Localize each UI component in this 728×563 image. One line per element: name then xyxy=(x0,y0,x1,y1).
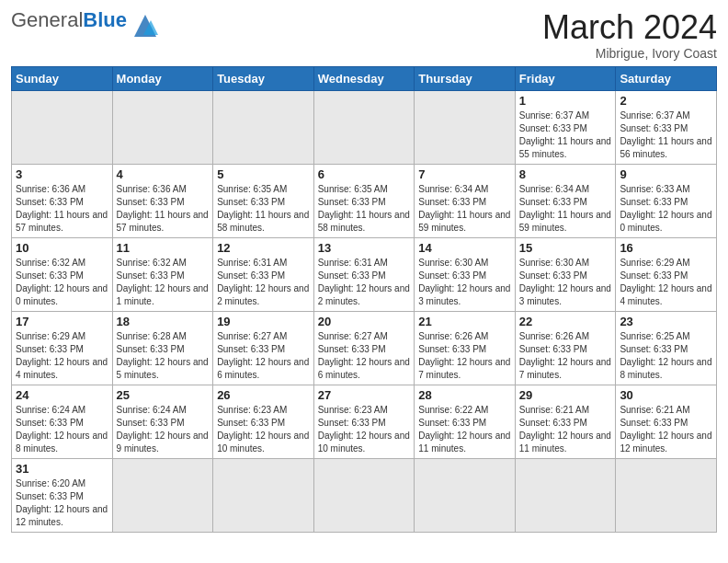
day-number: 15 xyxy=(519,241,612,255)
day-header-tuesday: Tuesday xyxy=(213,66,314,90)
calendar-cell: 15Sunrise: 6:30 AM Sunset: 6:33 PM Dayli… xyxy=(515,237,616,311)
day-number: 12 xyxy=(217,241,310,255)
day-info: Sunrise: 6:20 AM Sunset: 6:33 PM Dayligh… xyxy=(16,477,108,529)
calendar-cell: 9Sunrise: 6:33 AM Sunset: 6:33 PM Daylig… xyxy=(616,164,717,237)
day-number: 30 xyxy=(620,388,712,402)
day-info: Sunrise: 6:32 AM Sunset: 6:33 PM Dayligh… xyxy=(16,257,108,308)
day-info: Sunrise: 6:24 AM Sunset: 6:33 PM Dayligh… xyxy=(117,404,210,455)
day-info: Sunrise: 6:23 AM Sunset: 6:33 PM Dayligh… xyxy=(217,404,310,455)
calendar-cell xyxy=(313,90,415,164)
calendar-cell: 26Sunrise: 6:23 AM Sunset: 6:33 PM Dayli… xyxy=(213,385,314,458)
day-number: 6 xyxy=(318,167,411,181)
day-number: 2 xyxy=(620,94,712,108)
day-header-sunday: Sunday xyxy=(12,66,113,90)
day-info: Sunrise: 6:26 AM Sunset: 6:33 PM Dayligh… xyxy=(418,330,511,382)
calendar-header-row: SundayMondayTuesdayWednesdayThursdayFrid… xyxy=(12,66,717,90)
day-number: 31 xyxy=(16,462,108,476)
calendar-cell: 5Sunrise: 6:35 AM Sunset: 6:33 PM Daylig… xyxy=(213,164,314,237)
day-number: 16 xyxy=(620,241,712,255)
calendar-cell: 21Sunrise: 6:26 AM Sunset: 6:33 PM Dayli… xyxy=(415,311,516,385)
logo-icon xyxy=(131,11,160,40)
calendar-cell: 6Sunrise: 6:35 AM Sunset: 6:33 PM Daylig… xyxy=(313,164,415,237)
calendar-cell xyxy=(415,458,516,532)
day-info: Sunrise: 6:30 AM Sunset: 6:33 PM Dayligh… xyxy=(418,257,511,308)
day-info: Sunrise: 6:37 AM Sunset: 6:33 PM Dayligh… xyxy=(620,109,712,161)
calendar-cell: 17Sunrise: 6:29 AM Sunset: 6:33 PM Dayli… xyxy=(12,311,113,385)
calendar-cell: 12Sunrise: 6:31 AM Sunset: 6:33 PM Dayli… xyxy=(213,237,314,311)
calendar-cell xyxy=(12,90,113,164)
calendar-cell: 8Sunrise: 6:34 AM Sunset: 6:33 PM Daylig… xyxy=(515,164,616,237)
day-info: Sunrise: 6:25 AM Sunset: 6:33 PM Dayligh… xyxy=(620,330,712,382)
day-number: 23 xyxy=(620,315,712,328)
calendar-cell: 31Sunrise: 6:20 AM Sunset: 6:33 PM Dayli… xyxy=(12,458,113,532)
calendar-cell: 29Sunrise: 6:21 AM Sunset: 6:33 PM Dayli… xyxy=(515,385,616,458)
calendar-cell xyxy=(213,458,314,532)
calendar-week-row: 24Sunrise: 6:24 AM Sunset: 6:33 PM Dayli… xyxy=(12,385,717,458)
day-info: Sunrise: 6:36 AM Sunset: 6:33 PM Dayligh… xyxy=(117,183,210,235)
calendar-cell xyxy=(112,90,213,164)
calendar-week-row: 3Sunrise: 6:36 AM Sunset: 6:33 PM Daylig… xyxy=(12,164,717,237)
calendar-week-row: 31Sunrise: 6:20 AM Sunset: 6:33 PM Dayli… xyxy=(12,458,717,532)
day-info: Sunrise: 6:37 AM Sunset: 6:33 PM Dayligh… xyxy=(519,109,612,161)
day-info: Sunrise: 6:28 AM Sunset: 6:33 PM Dayligh… xyxy=(117,330,210,382)
day-number: 13 xyxy=(318,241,411,255)
day-info: Sunrise: 6:31 AM Sunset: 6:33 PM Dayligh… xyxy=(318,257,411,308)
day-info: Sunrise: 6:22 AM Sunset: 6:33 PM Dayligh… xyxy=(418,404,511,455)
calendar-cell xyxy=(112,458,213,532)
day-number: 25 xyxy=(117,388,210,402)
calendar-cell: 14Sunrise: 6:30 AM Sunset: 6:33 PM Dayli… xyxy=(415,237,516,311)
calendar-cell: 2Sunrise: 6:37 AM Sunset: 6:33 PM Daylig… xyxy=(616,90,717,164)
day-number: 17 xyxy=(16,315,108,328)
day-info: Sunrise: 6:35 AM Sunset: 6:33 PM Dayligh… xyxy=(318,183,411,235)
day-header-friday: Friday xyxy=(515,66,616,90)
day-number: 29 xyxy=(519,388,612,402)
calendar-cell: 3Sunrise: 6:36 AM Sunset: 6:33 PM Daylig… xyxy=(12,164,113,237)
calendar-cell: 24Sunrise: 6:24 AM Sunset: 6:33 PM Dayli… xyxy=(12,385,113,458)
calendar-cell: 23Sunrise: 6:25 AM Sunset: 6:33 PM Dayli… xyxy=(616,311,717,385)
calendar-cell xyxy=(616,458,717,532)
day-info: Sunrise: 6:29 AM Sunset: 6:33 PM Dayligh… xyxy=(620,257,712,308)
calendar-cell xyxy=(515,458,616,532)
day-header-saturday: Saturday xyxy=(616,66,717,90)
subtitle: Mibrigue, Ivory Coast xyxy=(542,46,717,61)
calendar-cell xyxy=(415,90,516,164)
day-info: Sunrise: 6:35 AM Sunset: 6:33 PM Dayligh… xyxy=(217,183,310,235)
day-header-wednesday: Wednesday xyxy=(313,66,415,90)
day-number: 7 xyxy=(418,167,511,181)
calendar-cell: 16Sunrise: 6:29 AM Sunset: 6:33 PM Dayli… xyxy=(616,237,717,311)
day-info: Sunrise: 6:21 AM Sunset: 6:33 PM Dayligh… xyxy=(620,404,712,455)
day-number: 24 xyxy=(16,388,108,402)
day-info: Sunrise: 6:24 AM Sunset: 6:33 PM Dayligh… xyxy=(16,404,108,455)
calendar-week-row: 17Sunrise: 6:29 AM Sunset: 6:33 PM Dayli… xyxy=(12,311,717,385)
day-number: 26 xyxy=(217,388,310,402)
calendar-cell: 11Sunrise: 6:32 AM Sunset: 6:33 PM Dayli… xyxy=(112,237,213,311)
calendar-cell: 18Sunrise: 6:28 AM Sunset: 6:33 PM Dayli… xyxy=(112,311,213,385)
title-block: March 2024 Mibrigue, Ivory Coast xyxy=(542,9,717,61)
month-title: March 2024 xyxy=(542,9,717,46)
day-info: Sunrise: 6:34 AM Sunset: 6:33 PM Dayligh… xyxy=(519,183,612,235)
logo-blue: Blue xyxy=(83,8,127,31)
day-number: 1 xyxy=(519,94,612,108)
day-number: 27 xyxy=(318,388,411,402)
day-info: Sunrise: 6:36 AM Sunset: 6:33 PM Dayligh… xyxy=(16,183,108,235)
calendar-cell: 22Sunrise: 6:26 AM Sunset: 6:33 PM Dayli… xyxy=(515,311,616,385)
calendar-cell: 25Sunrise: 6:24 AM Sunset: 6:33 PM Dayli… xyxy=(112,385,213,458)
day-info: Sunrise: 6:29 AM Sunset: 6:33 PM Dayligh… xyxy=(16,330,108,382)
calendar-cell: 13Sunrise: 6:31 AM Sunset: 6:33 PM Dayli… xyxy=(313,237,415,311)
day-number: 22 xyxy=(519,315,612,328)
day-info: Sunrise: 6:27 AM Sunset: 6:33 PM Dayligh… xyxy=(318,330,411,382)
calendar-cell: 7Sunrise: 6:34 AM Sunset: 6:33 PM Daylig… xyxy=(415,164,516,237)
calendar-cell: 28Sunrise: 6:22 AM Sunset: 6:33 PM Dayli… xyxy=(415,385,516,458)
logo: GeneralBlue xyxy=(11,9,160,40)
day-info: Sunrise: 6:31 AM Sunset: 6:33 PM Dayligh… xyxy=(217,257,310,308)
calendar-week-row: 10Sunrise: 6:32 AM Sunset: 6:33 PM Dayli… xyxy=(12,237,717,311)
day-info: Sunrise: 6:33 AM Sunset: 6:33 PM Dayligh… xyxy=(620,183,712,235)
day-number: 18 xyxy=(117,315,210,328)
day-number: 14 xyxy=(418,241,511,255)
day-number: 4 xyxy=(117,167,210,181)
calendar-cell: 4Sunrise: 6:36 AM Sunset: 6:33 PM Daylig… xyxy=(112,164,213,237)
day-info: Sunrise: 6:34 AM Sunset: 6:33 PM Dayligh… xyxy=(418,183,511,235)
day-number: 8 xyxy=(519,167,612,181)
day-info: Sunrise: 6:27 AM Sunset: 6:33 PM Dayligh… xyxy=(217,330,310,382)
calendar-week-row: 1Sunrise: 6:37 AM Sunset: 6:33 PM Daylig… xyxy=(12,90,717,164)
